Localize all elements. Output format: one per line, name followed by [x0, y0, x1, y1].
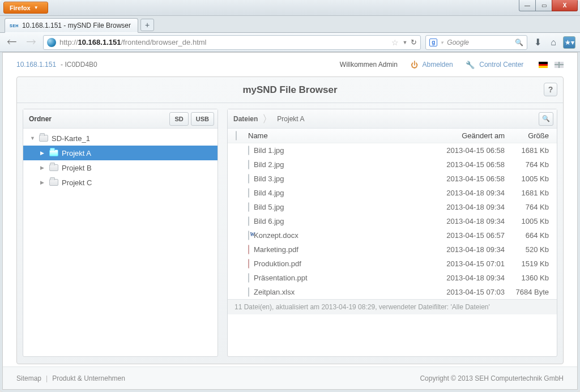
footer-sitemap[interactable]: Sitemap [16, 374, 41, 382]
file-size: 1005 Kb [505, 174, 549, 183]
flag-de-icon[interactable] [539, 62, 548, 68]
expander-icon[interactable]: ▼ [30, 135, 36, 141]
file-row[interactable]: Bild 3.jpg2013-04-15 06:581005 Kb [228, 172, 557, 186]
file-name: Bild 3.jpg [248, 174, 430, 183]
column-date[interactable]: Geändert am [430, 131, 505, 140]
new-tab-button[interactable]: + [140, 19, 154, 31]
help-button[interactable]: ? [544, 83, 557, 96]
control-center-link[interactable]: Control Center [479, 61, 523, 69]
file-size: 7684 Byte [505, 288, 549, 296]
file-row[interactable]: Präsentation.ppt2013-04-18 09:341360 Kb [228, 271, 557, 285]
column-name[interactable]: Name [248, 131, 430, 140]
tree-label: SD-Karte_1 [52, 134, 90, 143]
filetype-img-icon [248, 202, 249, 212]
file-row[interactable]: Bild 1.jpg2013-04-15 06:581681 Kb [228, 143, 557, 157]
firefox-menu-button[interactable]: Firefox ▼ [3, 2, 48, 14]
file-date: 2013-04-18 09:34 [430, 217, 505, 225]
tree-item[interactable]: ▶Projekt C [23, 175, 218, 190]
maximize-button[interactable]: ▭ [535, 0, 552, 11]
search-icon[interactable]: 🔍 [515, 39, 523, 46]
google-icon: g [429, 39, 437, 46]
file-date: 2013-04-15 07:03 [430, 288, 505, 296]
file-name: Bild 4.jpg [248, 189, 430, 197]
file-name: Bild 6.jpg [248, 217, 430, 225]
file-date: 2013-04-15 07:01 [430, 259, 505, 268]
file-row[interactable]: Bild 5.jpg2013-04-18 09:34764 Kb [228, 200, 557, 214]
folder-icon [39, 135, 48, 142]
file-name: Bild 2.jpg [248, 160, 430, 169]
tab-strip: SEH 10.168.1.151 - mySND File Browser + [0, 16, 580, 33]
folder-icon [49, 150, 58, 156]
file-date: 2013-04-18 09:34 [430, 203, 505, 211]
tree-item[interactable]: ▶Projekt A [23, 146, 218, 160]
flag-en-icon[interactable] [555, 62, 564, 68]
folders-panel-header: Ordner SD USB [23, 109, 218, 129]
os-window: Firefox ▼ — ▭ X SEH 10.168.1.151 - mySND… [0, 0, 580, 392]
page-footer: Sitemap | Produkt & Unternehmen Copyrigh… [3, 367, 577, 389]
usb-button[interactable]: USB [191, 112, 214, 126]
file-size: 520 Kb [505, 245, 549, 254]
file-size: 664 Kb [505, 231, 549, 240]
minimize-button[interactable]: — [519, 0, 536, 11]
firefox-menu-label: Firefox [10, 5, 31, 11]
breadcrumb-root[interactable]: Dateien [233, 115, 258, 123]
filetype-blank-icon [248, 287, 249, 297]
file-date: 2013-04-18 09:34 [430, 274, 505, 282]
shell-titlebar: mySND File Browser ? [17, 77, 563, 103]
filetype-img-icon [248, 216, 249, 226]
host-link[interactable]: 10.168.1.151 [16, 61, 56, 69]
file-row[interactable]: Marketing.pdf2013-04-18 09:34520 Kb [228, 242, 557, 257]
expander-icon[interactable]: ▶ [40, 150, 46, 156]
file-row[interactable]: Produktion.pdf2013-04-15 07:011519 Kb [228, 257, 557, 271]
close-button[interactable]: X [552, 0, 578, 11]
back-button[interactable]: 🡐 [5, 36, 19, 48]
filetype-docx-icon [248, 231, 249, 240]
downloads-button[interactable]: ⬇ [532, 37, 544, 48]
chevron-down-icon[interactable]: ▼ [402, 40, 407, 45]
breadcrumb-current[interactable]: Projekt A [277, 115, 304, 123]
breadcrumb: Dateien 〉 Projekt A [233, 114, 304, 124]
file-size: 1519 Kb [505, 259, 549, 268]
page-viewport: 10.168.1.151 - IC0DD4B0 Willkommen Admin… [2, 52, 578, 390]
tab-title: 10.168.1.151 - mySND File Browser [22, 22, 131, 29]
file-row[interactable]: Konzept.docx2013-04-15 06:57664 Kb [228, 228, 557, 242]
bookmark-star-icon[interactable]: ☆ [391, 38, 399, 47]
home-button[interactable]: ⌂ [548, 37, 558, 48]
search-box[interactable]: g ▾ Google 🔍 [425, 35, 527, 50]
file-row[interactable]: Bild 6.jpg2013-04-18 09:341005 Kb [228, 214, 557, 228]
app-header: 10.168.1.151 - IC0DD4B0 Willkommen Admin… [3, 53, 577, 76]
forward-button[interactable]: 🡒 [24, 36, 39, 48]
file-row[interactable]: Bild 2.jpg2013-04-15 06:58764 Kb [228, 157, 557, 172]
filetype-img-icon [248, 174, 249, 184]
footer-company[interactable]: Produkt & Unternehmen [52, 374, 125, 382]
file-row[interactable]: Zeitplan.xlsx2013-04-15 07:037684 Byte [228, 285, 557, 299]
column-size[interactable]: Größe [505, 131, 549, 140]
file-size: 1681 Kb [505, 189, 549, 197]
file-name: Zeitplan.xlsx [248, 288, 430, 296]
file-row[interactable]: Bild 4.jpg2013-04-18 09:341681 Kb [228, 186, 557, 200]
tree-item[interactable]: ▶Projekt B [23, 160, 218, 175]
file-date: 2013-04-18 09:34 [430, 189, 505, 197]
file-name: Produktion.pdf [248, 259, 430, 268]
tab-favicon: SEH [10, 24, 19, 28]
file-columns: Name Geändert am Größe [228, 129, 557, 143]
filetype-blank-icon [248, 273, 249, 283]
search-button[interactable]: 🔍 [539, 112, 553, 126]
address-bar[interactable]: http://10.168.1.151/frontend/browser_de.… [43, 35, 421, 50]
globe-icon [47, 38, 56, 47]
logout-link[interactable]: Abmelden [423, 61, 453, 69]
window-titlebar: Firefox ▼ — ▭ X [0, 0, 580, 16]
select-all-checkbox[interactable] [236, 131, 248, 140]
expander-icon[interactable]: ▶ [40, 180, 46, 185]
device-id: - IC0DD4B0 [61, 61, 97, 69]
chevron-down-icon: ▼ [34, 5, 39, 10]
tree-root[interactable]: ▼SD-Karte_1 [23, 131, 218, 146]
plus-icon: + [145, 20, 150, 29]
bookmarks-menu-button[interactable]: ★▾ [563, 36, 575, 49]
sd-button[interactable]: SD [169, 112, 188, 126]
search-placeholder: Google [447, 39, 469, 46]
browser-tab[interactable]: SEH 10.168.1.151 - mySND File Browser [5, 18, 138, 33]
file-date: 2013-04-15 06:58 [430, 174, 505, 183]
expander-icon[interactable]: ▶ [40, 165, 46, 171]
reload-icon[interactable]: ↻ [411, 38, 417, 46]
